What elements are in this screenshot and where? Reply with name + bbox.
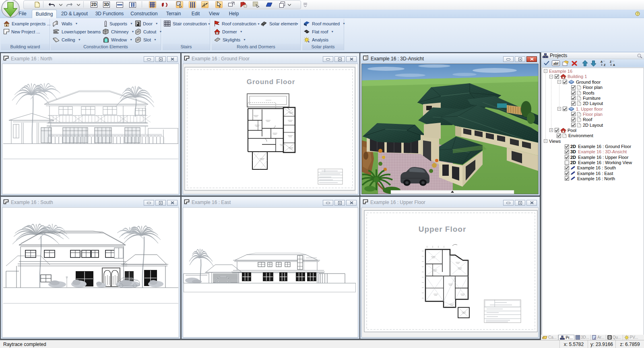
svg-text:Ground Floor: Ground Floor xyxy=(247,78,295,86)
svg-text:Z: Z xyxy=(604,64,606,66)
svg-text:?: ? xyxy=(637,12,638,16)
svg-text:Z: Z xyxy=(610,60,612,63)
svg-text:A: A xyxy=(613,64,615,66)
svg-text:Upper Floor: Upper Floor xyxy=(419,225,466,233)
svg-text:3D: 3D xyxy=(104,2,109,7)
svg-text:A: A xyxy=(601,60,603,63)
svg-text:2D: 2D xyxy=(91,2,97,7)
svg-text:abl: abl xyxy=(553,62,558,66)
